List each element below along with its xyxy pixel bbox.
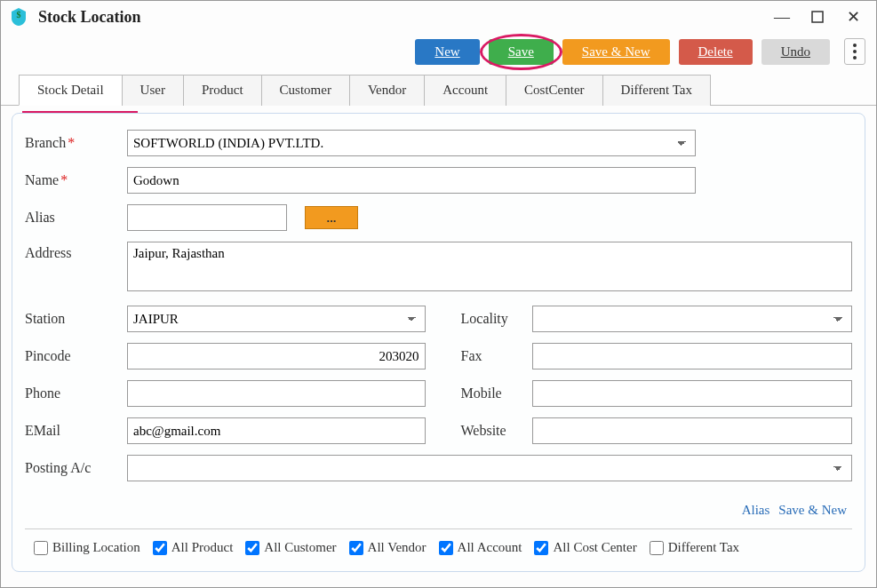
form-panel: Branch* SOFTWORLD (INDIA) PVT.LTD. Name*… xyxy=(12,113,865,572)
phone-label: Phone xyxy=(25,385,60,401)
all-customer-label: All Customer xyxy=(264,540,336,555)
fax-label: Fax xyxy=(461,348,482,363)
svg-text:$: $ xyxy=(17,10,21,20)
app-window: $ Stock Location — ✕ New Save Save & New… xyxy=(0,0,877,588)
title-bar: $ Stock Location — ✕ xyxy=(1,1,876,33)
pincode-fax-row: Pincode Fax xyxy=(25,343,852,369)
tab-different-tax[interactable]: Different Tax xyxy=(602,75,711,106)
station-select[interactable]: JAIPUR xyxy=(127,306,426,332)
delete-button-label: Delete xyxy=(698,44,733,59)
alias-link[interactable]: Alias xyxy=(742,503,770,518)
tab-product[interactable]: Product xyxy=(183,75,262,106)
all-cost-center-label: All Cost Center xyxy=(553,540,636,555)
app-logo-icon: $ xyxy=(8,6,29,28)
pincode-label: Pincode xyxy=(25,348,71,363)
close-icon[interactable]: ✕ xyxy=(844,8,862,26)
address-input[interactable]: Jaipur, Rajasthan xyxy=(127,242,852,291)
tab-user[interactable]: User xyxy=(122,75,184,106)
website-input[interactable] xyxy=(532,417,853,444)
more-menu-icon[interactable] xyxy=(844,38,865,65)
all-product-label: All Product xyxy=(171,540,234,555)
different-tax-checkbox[interactable] xyxy=(650,541,664,555)
billing-location-checkbox[interactable] xyxy=(34,541,48,555)
tabs: Stock Detail User Product Customer Vendo… xyxy=(1,74,876,106)
all-vendor-checkbox[interactable] xyxy=(349,541,363,555)
all-vendor-label: All Vendor xyxy=(368,540,427,555)
maximize-icon[interactable] xyxy=(809,8,826,26)
tab-vendor[interactable]: Vendor xyxy=(349,75,425,106)
mobile-label: Mobile xyxy=(461,385,502,401)
branch-label: Branch xyxy=(25,135,66,150)
fax-input[interactable] xyxy=(532,343,853,369)
station-label: Station xyxy=(25,311,65,326)
new-button[interactable]: New xyxy=(415,39,479,65)
address-row: Address Jaipur, Rajasthan xyxy=(25,242,852,295)
posting-label: Posting A/c xyxy=(25,460,91,475)
email-website-row: EMail Website xyxy=(25,417,852,444)
all-product-checkbox[interactable] xyxy=(153,541,167,555)
all-cost-center-checkbox[interactable] xyxy=(534,541,548,555)
different-tax-label: Different Tax xyxy=(668,540,739,555)
undo-button-label: Undo xyxy=(781,44,810,59)
email-input[interactable] xyxy=(127,417,426,444)
name-row: Name* xyxy=(25,167,852,194)
email-label: EMail xyxy=(25,423,60,438)
station-locality-row: Station JAIPUR Locality xyxy=(25,306,852,332)
required-icon: * xyxy=(68,135,75,150)
locality-select[interactable] xyxy=(532,306,853,332)
toolbar: New Save Save & New Delete Undo xyxy=(1,33,876,74)
undo-button[interactable]: Undo xyxy=(761,39,830,65)
all-account-label: All Account xyxy=(458,540,522,555)
locality-label: Locality xyxy=(461,311,508,326)
phone-input[interactable] xyxy=(127,380,426,407)
window-controls: — ✕ xyxy=(773,8,869,26)
save-button-label: Save xyxy=(508,44,534,59)
billing-location-label: Billing Location xyxy=(52,540,140,555)
tab-account[interactable]: Account xyxy=(424,75,506,106)
required-icon: * xyxy=(60,172,68,187)
tab-customer[interactable]: Customer xyxy=(261,75,350,106)
address-label: Address xyxy=(25,245,71,260)
billing-location-check[interactable]: Billing Location xyxy=(34,540,140,555)
all-customer-checkbox[interactable] xyxy=(245,541,259,555)
name-label: Name xyxy=(25,172,59,187)
pincode-input[interactable] xyxy=(127,343,426,369)
mobile-input[interactable] xyxy=(532,380,853,407)
save-highlight-ring: Save xyxy=(489,39,554,65)
all-account-check[interactable]: All Account xyxy=(439,540,522,555)
branch-select[interactable]: SOFTWORLD (INDIA) PVT.LTD. xyxy=(127,130,696,156)
alias-label: Alias xyxy=(25,210,55,225)
minimize-icon[interactable]: — xyxy=(773,8,791,26)
save-and-new-link[interactable]: Save & New xyxy=(778,503,847,518)
save-and-new-button-label: Save & New xyxy=(582,44,650,59)
save-button[interactable]: Save xyxy=(489,39,554,65)
website-label: Website xyxy=(461,423,506,438)
footer-links: Alias Save & New xyxy=(25,492,852,523)
window-title: Stock Location xyxy=(38,8,773,27)
phone-mobile-row: Phone Mobile xyxy=(25,380,852,407)
different-tax-check[interactable]: Different Tax xyxy=(650,540,739,555)
branch-row: Branch* SOFTWORLD (INDIA) PVT.LTD. xyxy=(25,130,852,156)
all-cost-center-check[interactable]: All Cost Center xyxy=(534,540,636,555)
tab-costcenter[interactable]: CostCenter xyxy=(506,75,603,106)
all-vendor-check[interactable]: All Vendor xyxy=(349,540,427,555)
svg-rect-1 xyxy=(812,12,823,22)
all-customer-check[interactable]: All Customer xyxy=(245,540,336,555)
alias-browse-button[interactable]: ... xyxy=(305,206,358,229)
checkbox-row: Billing Location All Product All Custome… xyxy=(25,528,852,562)
all-product-check[interactable]: All Product xyxy=(153,540,234,555)
new-button-label: New xyxy=(435,44,459,59)
all-account-checkbox[interactable] xyxy=(439,541,453,555)
posting-row: Posting A/c xyxy=(25,455,852,481)
tab-stock-detail[interactable]: Stock Detail xyxy=(19,75,123,106)
alias-row: Alias ... xyxy=(25,204,852,231)
save-and-new-button[interactable]: Save & New xyxy=(562,39,670,65)
name-input[interactable] xyxy=(127,167,696,194)
posting-select[interactable] xyxy=(127,455,852,481)
alias-input[interactable] xyxy=(127,204,287,231)
delete-button[interactable]: Delete xyxy=(679,39,753,65)
